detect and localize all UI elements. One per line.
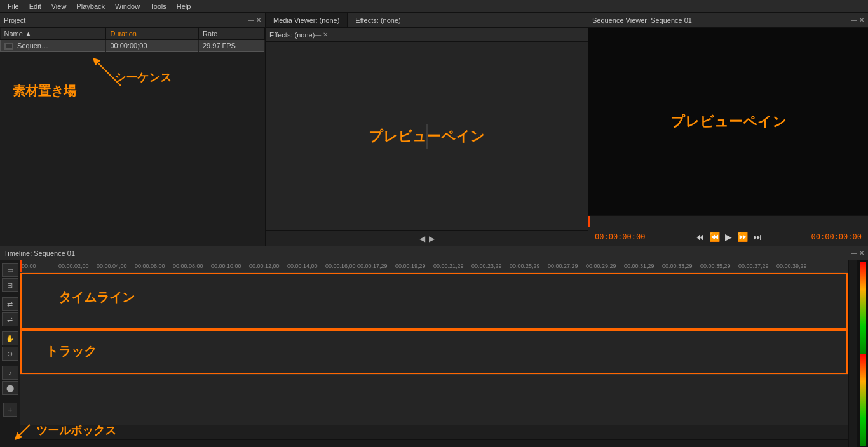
timeline-scrollbar-h[interactable] bbox=[20, 439, 848, 447]
sequence-controls: 00:00:00:00 ⏮ ⏪ ▶ ⏩ ⏭ 00:00:00:00 bbox=[588, 227, 868, 246]
timeline-panel-controls: — ✕ bbox=[851, 250, 864, 257]
effects-title-bar: Effects: (none) — ✕ bbox=[266, 28, 588, 42]
slide-tool-btn[interactable]: ⇌ bbox=[2, 312, 18, 326]
preview-label: プレビューペイン bbox=[670, 112, 787, 131]
media-panel: Media Viewer: (none) Effects: (none) Eff… bbox=[266, 13, 588, 246]
sequence-timebar bbox=[588, 215, 868, 227]
timeline-scrollbar-v-bottom[interactable] bbox=[848, 354, 856, 447]
menu-edit[interactable]: Edit bbox=[24, 1, 46, 11]
menu-window[interactable]: Window bbox=[110, 1, 145, 11]
select-tool-btn[interactable]: ▭ bbox=[2, 263, 18, 277]
effects-panel-minimize[interactable]: — bbox=[315, 31, 321, 38]
timeline-content: 00:00 00:00:02;00 00:00:04;00 00:00:06;0… bbox=[20, 260, 848, 447]
sequence-duration-cell: 00:00:00;00 bbox=[106, 40, 199, 52]
tab-effects[interactable]: Effects: (none) bbox=[348, 13, 409, 27]
timeline-playhead bbox=[20, 260, 22, 272]
seq-panel-minimize[interactable]: — bbox=[851, 17, 857, 23]
slip-tool-btn[interactable]: ⇄ bbox=[2, 297, 18, 311]
sequence-playback-controls: ⏮ ⏪ ▶ ⏩ ⏭ bbox=[695, 232, 762, 242]
center-line bbox=[426, 124, 427, 149]
audio-tool-btn[interactable]: ♪ bbox=[2, 366, 18, 380]
timeline-close[interactable]: ✕ bbox=[859, 250, 864, 257]
timeline-minimize[interactable]: — bbox=[851, 250, 857, 257]
timeline-tracks: タイムライン トラック bbox=[20, 273, 848, 439]
menu-playback[interactable]: Playback bbox=[71, 1, 110, 11]
menu-tools[interactable]: Tools bbox=[145, 1, 172, 11]
fast-forward-end-btn[interactable]: ⏭ bbox=[753, 232, 762, 242]
menu-help[interactable]: Help bbox=[172, 1, 196, 11]
sequence-viewer-title: Sequence Viewer: Sequence 01 bbox=[592, 17, 692, 24]
sequence-viewer-content: プレビューペイン bbox=[588, 28, 868, 215]
main-layout: Project — ✕ Name ▲ Duration bbox=[0, 13, 868, 447]
marker-tool-btn[interactable]: ⬤ bbox=[2, 381, 18, 395]
sequence-timecode-start: 00:00:00:00 bbox=[595, 232, 645, 241]
track-annotation: トラック bbox=[46, 343, 97, 360]
video-track: タイムライン bbox=[20, 273, 848, 330]
media-tabs: Media Viewer: (none) Effects: (none) bbox=[266, 13, 588, 28]
sequence-label: シーケンス bbox=[114, 70, 172, 85]
effects-panel-close[interactable]: ✕ bbox=[323, 31, 328, 38]
rewind-btn[interactable]: ⏪ bbox=[709, 232, 720, 242]
meter-bar-left bbox=[860, 262, 866, 354]
sequence-panel: Sequence Viewer: Sequence 01 — ✕ プレビューペイ… bbox=[588, 13, 868, 246]
seq-panel-close[interactable]: ✕ bbox=[859, 17, 864, 23]
sequence-arrow bbox=[83, 48, 159, 98]
project-panel: Project — ✕ Name ▲ Duration bbox=[0, 13, 266, 246]
fast-forward-btn[interactable]: ⏩ bbox=[737, 232, 748, 242]
project-panel-minimize[interactable]: — bbox=[248, 17, 254, 23]
effects-panel-title: Effects: (none) bbox=[269, 31, 315, 39]
col-rate[interactable]: Rate bbox=[198, 28, 264, 40]
timeline-title-bar: Timeline: Sequence 01 — ✕ bbox=[0, 246, 868, 260]
project-panel-title: Project bbox=[4, 17, 25, 24]
play-btn[interactable]: ▶ bbox=[725, 232, 732, 242]
timeline-scrollbar-v-top[interactable] bbox=[848, 260, 856, 354]
sequence-row[interactable]: Sequen… 00:00:00;00 29.97 FPS bbox=[1, 40, 265, 52]
sequence-timecode-end: 00:00:00:00 bbox=[811, 232, 862, 241]
hand-tool-btn[interactable]: ✋ bbox=[2, 331, 18, 345]
col-name[interactable]: Name ▲ bbox=[1, 28, 106, 40]
tab-media-viewer[interactable]: Media Viewer: (none) bbox=[266, 13, 348, 27]
timeline-panel-title: Timeline: Sequence 01 bbox=[4, 250, 75, 257]
project-panel-controls: — ✕ bbox=[248, 17, 261, 23]
add-tool-btn[interactable]: + bbox=[3, 403, 17, 417]
col-duration[interactable]: Duration bbox=[106, 28, 199, 40]
rewind-start-btn[interactable]: ⏮ bbox=[695, 232, 704, 242]
media-play-left[interactable]: ◀ bbox=[419, 234, 425, 243]
meter-bar-right bbox=[860, 354, 866, 446]
top-section: Project — ✕ Name ▲ Duration bbox=[0, 13, 868, 246]
sequence-icon bbox=[4, 43, 13, 50]
media-play-right[interactable]: ▶ bbox=[429, 234, 435, 243]
menu-bar: File Edit View Playback Window Tools Hel… bbox=[0, 0, 868, 13]
project-panel-close[interactable]: ✕ bbox=[256, 17, 261, 23]
empty-track-1 bbox=[20, 375, 848, 425]
toolbox: ▭ ⊞ ⇄ ⇌ ✋ ⊕ ♪ ⬤ + bbox=[0, 260, 20, 447]
timeline-inner: ▭ ⊞ ⇄ ⇌ ✋ ⊕ ♪ ⬤ + bbox=[0, 260, 868, 447]
menu-view[interactable]: View bbox=[46, 1, 72, 11]
grid-tool-btn[interactable]: ⊞ bbox=[2, 278, 18, 292]
timeline-ruler: 00:00 00:00:02;00 00:00:04;00 00:00:06;0… bbox=[20, 260, 848, 273]
level-meter bbox=[857, 260, 868, 447]
timeline-outer: Timeline: Sequence 01 — ✕ ▭ ⊞ ⇄ ⇌ ✋ ⊕ bbox=[0, 246, 868, 447]
menu-file[interactable]: File bbox=[3, 1, 24, 11]
project-table: Name ▲ Duration Rate Sequ bbox=[0, 28, 265, 52]
bottom-section: Timeline: Sequence 01 — ✕ ▭ ⊞ ⇄ ⇌ ✋ ⊕ bbox=[0, 246, 868, 447]
material-label: 素材置き場 bbox=[13, 83, 76, 100]
media-bottom-controls: ◀ ▶ bbox=[266, 230, 588, 246]
media-content: プレビューペイン bbox=[266, 42, 588, 230]
sequence-playhead bbox=[588, 216, 590, 227]
sequence-name-cell: Sequen… bbox=[1, 40, 106, 52]
effects-panel-controls: — ✕ bbox=[315, 31, 328, 38]
project-title-bar: Project — ✕ bbox=[0, 13, 265, 28]
sequence-rate-cell: 29.97 FPS bbox=[198, 40, 264, 52]
timeline-annotation: タイムライン bbox=[58, 289, 135, 306]
sequence-panel-controls: — ✕ bbox=[851, 17, 864, 23]
audio-track: トラック bbox=[20, 330, 848, 375]
sequence-title-bar: Sequence Viewer: Sequence 01 — ✕ bbox=[588, 13, 868, 28]
zoom-in-tool-btn[interactable]: ⊕ bbox=[2, 347, 18, 361]
